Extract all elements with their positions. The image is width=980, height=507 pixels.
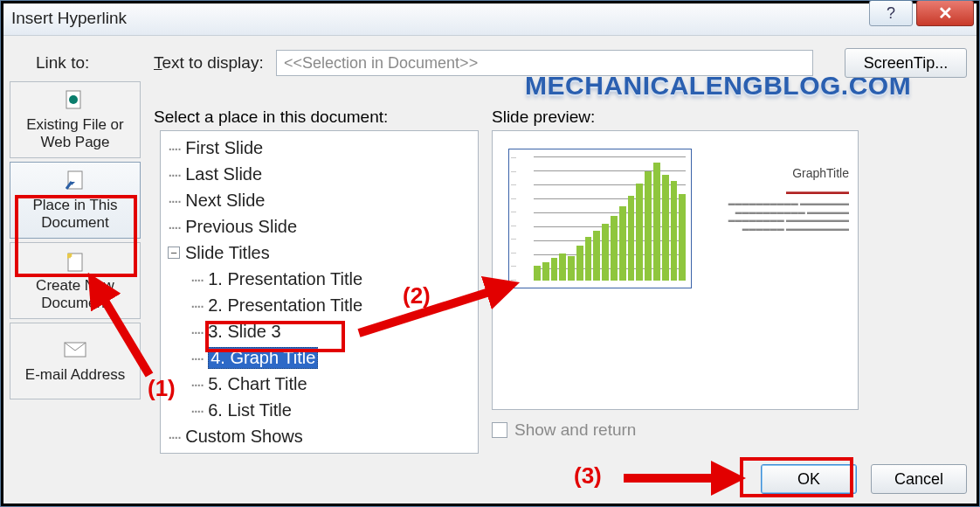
slide-preview: —————————— GraphTitle ▬▬▬▬▬▬▬▬ ▬▬▬▬▬▬▬▬▬… xyxy=(492,130,859,410)
chart-bar xyxy=(568,256,575,281)
chart-bar xyxy=(593,231,600,281)
annotation-arrow-2 xyxy=(350,281,516,345)
new-document-icon xyxy=(63,249,87,274)
tree-slide-6[interactable]: ····6. List Title xyxy=(161,397,478,423)
svg-line-11 xyxy=(359,288,503,333)
sidebar-place-in-document[interactable]: Place in This Document xyxy=(10,162,141,239)
chart-bar xyxy=(576,246,583,281)
chart-bar xyxy=(619,206,626,281)
web-page-icon xyxy=(63,88,87,113)
chart-bar xyxy=(679,194,686,281)
preview-graph-title: GraphTitle xyxy=(709,166,849,180)
chart-y-ticks: —————————— xyxy=(511,155,532,282)
chart-bar xyxy=(611,216,618,281)
email-icon xyxy=(63,338,87,363)
tree-previous-slide[interactable]: ····Previous Slide xyxy=(161,213,478,240)
show-and-return-checkbox xyxy=(492,422,507,438)
chart-bar xyxy=(585,237,592,281)
collapse-icon[interactable]: − xyxy=(168,247,180,259)
tree-first-slide[interactable]: ····First Slide xyxy=(161,135,478,161)
tree-slide-4[interactable]: ····4. Graph Title xyxy=(161,344,478,371)
annotation-arrow-1 xyxy=(88,279,176,387)
titlebar: Insert Hyperlink ? ✕ xyxy=(1,1,979,36)
chart-bar xyxy=(542,262,549,281)
tree-last-slide[interactable]: ····Last Slide xyxy=(161,161,478,187)
screentip-button[interactable]: ScreenTip... xyxy=(845,48,967,78)
sidebar-existing-file[interactable]: Existing File or Web Page xyxy=(10,81,141,158)
show-and-return: Show and return xyxy=(492,420,636,440)
cancel-button[interactable]: Cancel xyxy=(871,464,967,494)
text-to-display-input[interactable] xyxy=(276,50,813,76)
preview-chart: —————————— xyxy=(508,149,692,288)
chart-bars xyxy=(534,156,686,281)
tree-next-slide[interactable]: ····Next Slide xyxy=(161,187,478,213)
preview-red-text: ▬▬▬▬▬▬▬▬ xyxy=(709,187,849,196)
chart-bar xyxy=(628,196,635,281)
tree-slide-titles[interactable]: −Slide Titles xyxy=(161,240,478,266)
annotation-number-3: (3) xyxy=(574,462,602,490)
chart-bar xyxy=(534,266,541,281)
chart-bar xyxy=(551,258,558,281)
link-to-label: Link to: xyxy=(36,53,89,73)
slide-preview-label: Slide preview: xyxy=(492,108,595,127)
chart-bar xyxy=(645,171,652,281)
tree-custom-shows[interactable]: ····Custom Shows xyxy=(161,423,478,449)
window-title: Insert Hyperlink xyxy=(11,9,127,28)
tree-slide-5[interactable]: ····5. Chart Title xyxy=(161,371,478,397)
svg-rect-2 xyxy=(68,171,82,189)
help-button[interactable]: ? xyxy=(869,0,913,26)
preview-text-block: GraphTitle ▬▬▬▬▬▬▬▬ ▬▬▬▬▬▬▬▬▬▬ ▬▬▬▬▬▬▬ ▬… xyxy=(709,166,849,233)
ok-button[interactable]: OK xyxy=(761,464,857,494)
document-target-icon xyxy=(63,169,87,193)
chart-bar xyxy=(636,184,643,281)
svg-line-9 xyxy=(97,288,149,375)
select-place-label: Select a place in this document: xyxy=(154,108,388,127)
chart-bar xyxy=(602,224,609,281)
chart-bar xyxy=(662,175,669,281)
annotation-arrow-3 xyxy=(619,468,742,492)
svg-point-1 xyxy=(69,95,78,104)
chart-bar xyxy=(653,163,660,281)
text-to-display-label: Text to display: xyxy=(154,53,264,73)
chart-bar xyxy=(671,181,678,281)
preview-grey-text: ▬▬▬▬▬▬▬▬▬▬ ▬▬▬▬▬▬▬ ▬▬▬▬▬▬▬▬▬▬ ▬▬▬▬▬▬ ▬▬▬… xyxy=(709,199,849,233)
close-button[interactable]: ✕ xyxy=(916,0,974,26)
chart-bar xyxy=(559,254,566,281)
